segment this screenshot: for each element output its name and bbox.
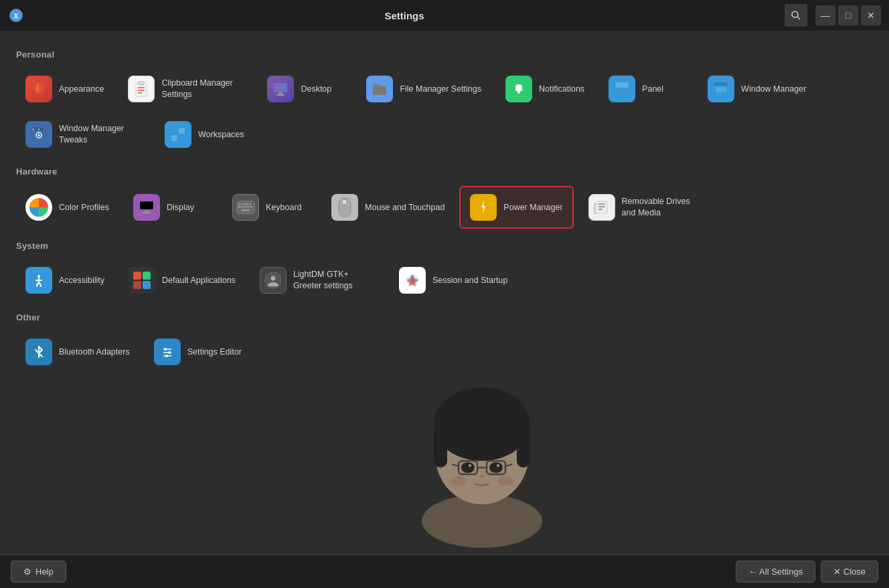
svg-rect-37 (143, 212, 151, 213)
svg-rect-62 (133, 281, 141, 289)
accessibility-label: Accessibility (59, 275, 104, 286)
item-display[interactable]: Display (124, 186, 218, 229)
colorprofiles-label: Color Profiles (59, 202, 109, 213)
close-button[interactable]: ✕ (861, 5, 881, 25)
powermanager-icon (470, 194, 497, 221)
bluetooth-icon (25, 338, 52, 365)
clipboard-svg (133, 80, 150, 98)
item-bluetooth[interactable]: Bluetooth Adapters (16, 332, 139, 372)
svg-rect-43 (246, 203, 248, 205)
item-appearance[interactable]: Appearance (16, 69, 113, 109)
svg-rect-60 (133, 272, 141, 280)
workspaces-svg (169, 126, 187, 143)
item-defaultapps[interactable]: Default Applications (119, 260, 245, 300)
search-button[interactable] (785, 4, 807, 27)
colorprofiles-svg (27, 196, 50, 219)
svg-rect-45 (238, 206, 241, 208)
svg-rect-48 (247, 206, 249, 208)
item-filemanager[interactable]: File Manager Settings (357, 69, 491, 109)
item-workspaces[interactable]: Workspaces (155, 114, 254, 155)
item-powermanager[interactable]: Power Manager (459, 186, 573, 229)
all-settings-button[interactable]: ← All Settings (736, 561, 815, 583)
svg-rect-46 (242, 206, 244, 208)
windowmanager-label: Window Manager (741, 84, 806, 95)
filemanager-icon (366, 76, 393, 102)
item-keyboard[interactable]: Keyboard (223, 186, 317, 229)
notifications-label: Notifications (539, 84, 584, 95)
workspaces-icon (165, 121, 191, 148)
filemanager-svg (371, 80, 388, 98)
keyboard-icon (232, 194, 259, 221)
svg-rect-10 (274, 83, 287, 92)
svg-rect-57 (598, 209, 602, 210)
svg-line-3 (797, 17, 800, 19)
svg-rect-40 (238, 203, 240, 205)
svg-point-28 (38, 134, 40, 136)
section-title-other: Other (16, 312, 873, 322)
item-removable[interactable]: Removable Drives and Media (579, 186, 713, 229)
svg-point-25 (33, 128, 35, 130)
svg-point-20 (726, 83, 728, 85)
close-button-footer[interactable]: ✕ Close (821, 561, 878, 583)
svg-rect-49 (250, 206, 252, 208)
item-session[interactable]: Session and Startup (390, 260, 517, 300)
keyboard-label: Keyboard (266, 202, 302, 213)
titlebar: X Settings — □ ✕ (0, 0, 889, 31)
svg-rect-52 (343, 200, 346, 204)
item-lightdm[interactable]: LightDM GTK+ Greeter settings (250, 260, 384, 300)
help-button[interactable]: ⚙ Help (11, 561, 66, 583)
powermanager-svg (475, 199, 492, 216)
footer: ⚙ Help ← All Settings ✕ Close (0, 555, 889, 588)
maximize-button[interactable]: □ (838, 5, 858, 25)
svg-point-59 (37, 275, 40, 278)
svg-point-71 (164, 348, 167, 351)
removable-svg (593, 199, 611, 216)
keyboard-svg (236, 201, 255, 214)
svg-point-2 (792, 11, 798, 17)
window-title: Settings (24, 10, 785, 21)
item-accessibility[interactable]: Accessibility (16, 260, 114, 300)
svg-point-15 (518, 92, 520, 94)
settingseditor-icon (154, 338, 181, 365)
item-windowmanager[interactable]: Window Manager (698, 69, 815, 109)
lightdm-icon (260, 267, 287, 294)
display-svg (138, 199, 155, 216)
svg-rect-63 (143, 281, 151, 289)
removable-label: Removable Drives and Media (622, 196, 704, 219)
xfce-logo-icon: X (8, 7, 24, 23)
footer-right: ← All Settings ✕ Close (736, 561, 878, 583)
item-settingseditor[interactable]: Settings Editor (145, 332, 251, 372)
section-system: System Accessibility (16, 241, 873, 300)
desktop-svg (272, 80, 289, 98)
hardware-items-grid: Color Profiles Display (16, 186, 873, 229)
minimize-button[interactable]: — (815, 5, 835, 25)
close-label: ✕ Close (833, 567, 866, 577)
item-colorprofiles[interactable]: Color Profiles (16, 186, 118, 229)
item-wmtweaks[interactable]: Window Manager Tweaks (16, 114, 150, 155)
svg-rect-36 (145, 210, 149, 212)
svg-point-65 (270, 276, 275, 281)
windowmanager-svg (712, 80, 730, 98)
filemanager-label: File Manager Settings (400, 84, 481, 95)
wmtweaks-icon (25, 121, 52, 148)
item-desktop[interactable]: Desktop (258, 69, 351, 109)
svg-rect-17 (615, 82, 629, 88)
settings-content: Personal Appearance (0, 31, 889, 555)
wmtweaks-svg (30, 126, 48, 143)
session-label: Session and Startup (432, 275, 508, 286)
item-clipboard[interactable]: Clipboard Manager Settings (118, 69, 252, 109)
system-items-grid: Accessibility Default Applications (16, 260, 873, 300)
colorprofiles-icon (25, 194, 52, 221)
defaultapps-label: Default Applications (162, 275, 236, 286)
help-icon: ⚙ (23, 567, 31, 577)
item-panel[interactable]: Panel (599, 69, 693, 109)
window-controls: — □ ✕ (785, 4, 881, 27)
item-mouse[interactable]: Mouse and Touchpad (322, 186, 454, 229)
appearance-svg (30, 80, 48, 98)
desktop-label: Desktop (301, 84, 331, 95)
mouse-icon (331, 194, 358, 221)
appearance-icon (25, 76, 52, 102)
item-notifications[interactable]: Notifications (496, 69, 594, 109)
section-other: Other Bluetooth Adapters (16, 312, 873, 372)
bluetooth-svg (30, 343, 48, 361)
